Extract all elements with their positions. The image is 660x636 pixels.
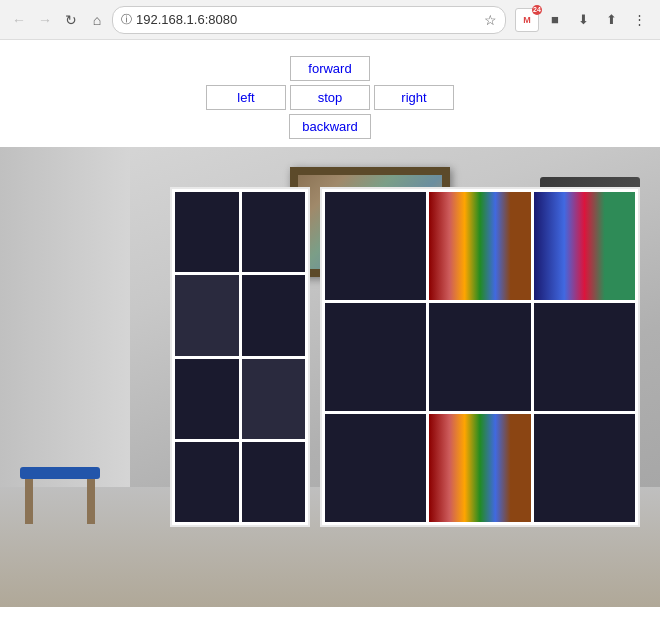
left-button[interactable]: left [206, 85, 286, 110]
shelf-cell-2 [242, 192, 306, 272]
browser-window: ← → ↻ ⌂ ⓘ ☆ M 24 ■ ⬇ ⬆ ⋮ forward [0, 0, 660, 636]
stop-button[interactable]: stop [290, 85, 370, 110]
shelf-cell-5 [175, 359, 239, 439]
large-shelf-cell-5 [429, 303, 530, 411]
bookmark-icon[interactable]: ☆ [484, 12, 497, 28]
back-button[interactable]: ← [8, 9, 30, 31]
large-shelf-cell-1 [325, 192, 426, 300]
stool [20, 407, 100, 527]
toolbar-icons: M 24 ■ ⬇ ⬆ ⋮ [514, 7, 652, 33]
middle-row: left stop right [206, 85, 454, 110]
gmail-icon: M 24 [515, 8, 539, 32]
large-shelf-cell-9 [534, 414, 635, 522]
forward-button[interactable]: → [34, 9, 56, 31]
shelf-small [170, 187, 310, 527]
home-button[interactable]: ⌂ [86, 9, 108, 31]
forward-row: forward [290, 56, 370, 81]
stool-seat [20, 467, 100, 479]
controls-area: forward left stop right backward [0, 40, 660, 147]
gmail-badge: 24 [532, 5, 542, 15]
extension-icon-3[interactable]: ⬇ [570, 7, 596, 33]
shelf-cell-1 [175, 192, 239, 272]
shelf-cell-6 [242, 359, 306, 439]
security-icon: ⓘ [121, 12, 132, 27]
large-shelf-cell-3 [534, 192, 635, 300]
gmail-extension-icon[interactable]: M 24 [514, 7, 540, 33]
shelf-cell-7 [175, 442, 239, 522]
address-input[interactable] [136, 12, 480, 27]
shelf-large [320, 187, 640, 527]
large-shelf-cell-7 [325, 414, 426, 522]
extension-icon-2[interactable]: ■ [542, 7, 568, 33]
stool-legs [20, 479, 100, 524]
shelf-cell-8 [242, 442, 306, 522]
shelf-cell-4 [242, 275, 306, 355]
reload-button[interactable]: ↻ [60, 9, 82, 31]
menu-button[interactable]: ⋮ [626, 7, 652, 33]
shelf-cell-3 [175, 275, 239, 355]
right-button[interactable]: right [374, 85, 454, 110]
large-shelf-cell-6 [534, 303, 635, 411]
large-shelf-cell-4 [325, 303, 426, 411]
camera-view [0, 147, 660, 607]
stool-leg-left [25, 479, 33, 524]
large-shelf-cell-2 [429, 192, 530, 300]
address-bar-container: ⓘ ☆ [112, 6, 506, 34]
browser-toolbar: ← → ↻ ⌂ ⓘ ☆ M 24 ■ ⬇ ⬆ ⋮ [0, 0, 660, 40]
large-shelf-cell-8 [429, 414, 530, 522]
extension-icon-4[interactable]: ⬆ [598, 7, 624, 33]
forward-button[interactable]: forward [290, 56, 370, 81]
stool-leg-right [87, 479, 95, 524]
backward-button[interactable]: backward [289, 114, 371, 139]
page-content: forward left stop right backward [0, 40, 660, 636]
shelf-container [170, 187, 640, 527]
backward-row: backward [289, 114, 371, 139]
